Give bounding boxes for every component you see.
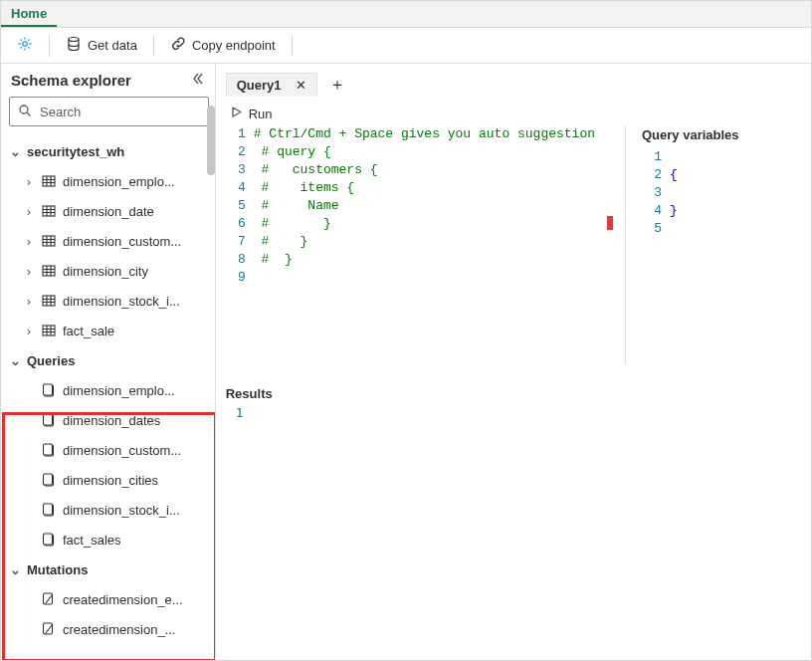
tree-item-label: fact_sale (63, 324, 114, 338)
tree-item-label: dimension_date (63, 204, 154, 219)
svg-rect-12 (44, 414, 53, 425)
chevron-right-icon: › (23, 174, 35, 189)
query-tab[interactable]: Query1 ✕ (226, 73, 317, 97)
search-icon (18, 104, 32, 120)
tree-item-label: dimension_dates (63, 413, 160, 428)
tree-item-label: dimension_city (63, 264, 148, 279)
tree-table-item[interactable]: ›fact_sale (9, 316, 209, 345)
queries-section[interactable]: ⌄ Queries (9, 345, 209, 375)
tab-home[interactable]: Home (1, 2, 57, 27)
database-icon (66, 36, 82, 55)
copy-endpoint-button[interactable]: Copy endpoint (160, 32, 286, 59)
schema-explorer-title: Schema explorer (11, 72, 131, 89)
chevron-down-icon: ⌄ (9, 144, 21, 159)
collapse-panel-button[interactable] (191, 72, 205, 89)
tree-table-item[interactable]: ›dimension_custom... (9, 226, 209, 256)
svg-rect-21 (44, 593, 53, 604)
link-icon (170, 36, 186, 55)
svg-point-0 (23, 42, 27, 46)
svg-rect-8 (43, 326, 55, 335)
tree-item-label: dimension_custom... (63, 234, 181, 249)
svg-rect-6 (43, 266, 55, 276)
tree-mutation-item[interactable]: createdimension_... (9, 614, 209, 644)
table-icon (41, 203, 57, 219)
results-line: 1 (226, 405, 811, 420)
tree-item-label: dimension_cities (63, 473, 158, 488)
document-icon (41, 442, 57, 458)
tree-query-item[interactable]: dimension_emplo... (9, 375, 209, 405)
table-icon (41, 323, 57, 338)
svg-rect-4 (43, 206, 55, 216)
search-input[interactable] (38, 104, 209, 120)
svg-rect-5 (43, 236, 55, 246)
get-data-button[interactable]: Get data (56, 32, 147, 59)
document-icon (41, 382, 57, 398)
document-icon (41, 412, 57, 428)
document-icon (41, 532, 57, 548)
chevron-right-icon: › (23, 234, 35, 249)
results-pane: Results 1 (226, 382, 811, 420)
tree-mutation-item[interactable]: createdimension_e... (9, 584, 209, 614)
tree-item-label: dimension_emplo... (63, 383, 175, 398)
svg-rect-14 (44, 444, 53, 455)
toolbar-separator (49, 35, 50, 57)
add-tab-button[interactable]: ＋ (323, 71, 351, 100)
mutations-section[interactable]: ⌄ Mutations (9, 554, 209, 584)
tree-table-item[interactable]: ›dimension_emplo... (9, 166, 209, 196)
tree-item-label: dimension_custom... (63, 443, 181, 458)
tree-table-item[interactable]: ›dimension_date (9, 196, 209, 226)
chevron-right-icon: › (23, 264, 35, 279)
toolbar-separator (292, 35, 293, 57)
queries-section-label: Queries (27, 353, 75, 368)
svg-rect-16 (44, 474, 53, 485)
toolbar-separator (153, 35, 154, 57)
chevron-down-icon: ⌄ (9, 353, 21, 368)
svg-rect-7 (43, 296, 55, 306)
tree-table-item[interactable]: ›dimension_city (9, 256, 209, 286)
tree-query-item[interactable]: dimension_dates (9, 405, 209, 435)
document-icon (41, 621, 57, 637)
chevron-down-icon: ⌄ (9, 562, 21, 577)
tree-item-label: dimension_stock_i... (63, 503, 180, 518)
table-icon (41, 263, 57, 279)
table-icon (41, 293, 57, 309)
svg-rect-3 (43, 176, 55, 186)
tree-query-item[interactable]: dimension_stock_i... (9, 495, 209, 525)
tree-query-item[interactable]: dimension_custom... (9, 435, 209, 465)
tree-query-item[interactable]: dimension_cities (9, 465, 209, 495)
editor-gutter: 123456789 (226, 125, 254, 364)
close-icon[interactable]: ✕ (296, 78, 306, 93)
schema-tree: ⌄ securitytest_wh ›dimension_emplo...›di… (9, 136, 209, 644)
run-label: Run (249, 107, 273, 121)
tree-item-label: createdimension_... (63, 622, 175, 637)
search-box[interactable] (9, 97, 209, 126)
chevron-right-icon: › (23, 204, 35, 219)
svg-point-2 (20, 106, 28, 113)
variables-editor[interactable]: 12345 { } (642, 148, 811, 238)
query-variables-pane: Query variables 12345 { } (642, 125, 811, 364)
svg-rect-20 (44, 534, 53, 545)
get-data-label: Get data (88, 38, 137, 53)
editor-code[interactable]: # Ctrl/Cmd + Space gives you auto sugges… (254, 125, 595, 364)
query-editor[interactable]: 123456789 # Ctrl/Cmd + Space gives you a… (226, 125, 595, 364)
tree-item-label: fact_sales (63, 533, 121, 548)
main-area: Query1 ✕ ＋ Run 123456789 # Ctrl/Cmd + Sp… (216, 64, 811, 660)
tree-root[interactable]: ⌄ securitytest_wh (9, 136, 209, 166)
document-icon (41, 502, 57, 518)
toolbar: Get data Copy endpoint (1, 28, 811, 64)
root-label: securitytest_wh (27, 144, 124, 159)
scrollbar-thumb[interactable] (207, 106, 215, 175)
tree-table-item[interactable]: ›dimension_stock_i... (9, 286, 209, 316)
copy-endpoint-label: Copy endpoint (192, 38, 276, 53)
run-button[interactable]: Run (230, 106, 273, 121)
svg-rect-18 (44, 504, 53, 515)
tree-item-label: dimension_stock_i... (63, 294, 180, 309)
tree-query-item[interactable]: fact_sales (9, 525, 209, 554)
variables-code[interactable]: { } (670, 148, 678, 238)
table-icon (41, 173, 57, 189)
pane-divider[interactable] (625, 125, 626, 364)
query-tabstrip: Query1 ✕ ＋ (226, 70, 811, 100)
tree-item-label: createdimension_e... (63, 592, 183, 607)
results-title: Results (226, 382, 811, 405)
settings-button[interactable] (7, 32, 43, 59)
